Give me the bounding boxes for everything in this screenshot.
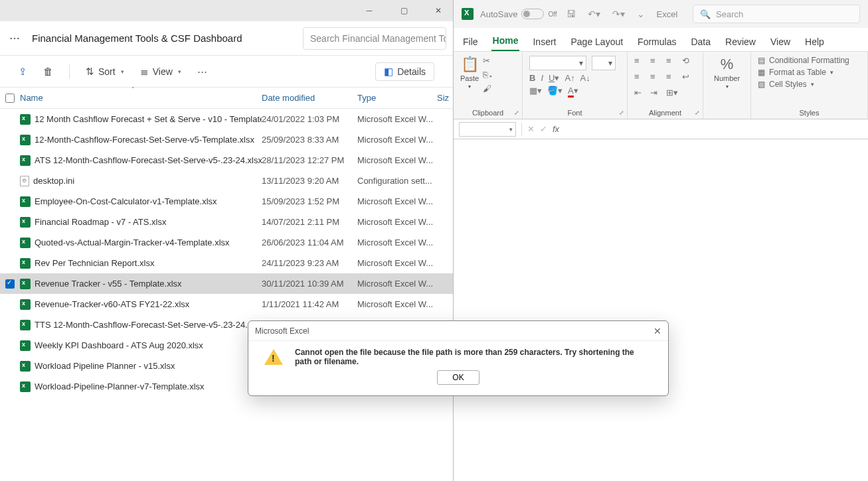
number-label: Number: [714, 74, 740, 82]
cut-icon[interactable]: ✂: [483, 56, 493, 66]
format-painter-icon[interactable]: 🖌: [483, 84, 493, 94]
font-size-select[interactable]: ▾: [592, 56, 616, 70]
insert-function-icon[interactable]: fx: [553, 124, 559, 134]
ribbon-tab-home[interactable]: Home: [491, 31, 520, 51]
fill-color-button[interactable]: 🪣▾: [547, 86, 563, 96]
row-checkbox[interactable]: [0, 279, 20, 289]
file-row[interactable]: Financial Roadmap - v7 - ATS.xlsx14/07/2…: [0, 212, 453, 232]
save-icon[interactable]: 🖫: [564, 9, 578, 19]
ribbon-tab-file[interactable]: File: [462, 33, 479, 51]
file-row[interactable]: Quoted-vs-Actual-Margin-Tracker-v4-Templ…: [0, 232, 453, 253]
file-row[interactable]: Rev Per Technician Report.xlsx24/11/2023…: [0, 253, 453, 273]
file-row[interactable]: Revenue Tracker - v55 - Template.xlsx30/…: [0, 273, 453, 294]
excel-titlebar: AutoSave Off 🖫 ↶▾ ↷▾ ⌄ Excel 🔍 Search: [454, 0, 868, 28]
orientation-icon[interactable]: ⟲: [682, 56, 695, 69]
column-header-size[interactable]: Siz: [437, 93, 453, 103]
dialog-launcher-icon[interactable]: ⤢: [619, 109, 624, 116]
undo-icon[interactable]: ↶▾: [585, 9, 603, 19]
enter-formula-icon[interactable]: ✓: [540, 124, 547, 134]
autosave-toggle[interactable]: AutoSave Off: [480, 9, 557, 19]
align-middle-icon[interactable]: ≡: [650, 56, 663, 69]
file-row[interactable]: ATS 12-Month-Cashflow-Forecast-Set-Serve…: [0, 150, 453, 171]
align-center-icon[interactable]: ≡: [650, 72, 663, 85]
name-box[interactable]: ▾: [459, 122, 516, 137]
redo-icon[interactable]: ↷▾: [610, 9, 628, 19]
align-bottom-icon[interactable]: ≡: [666, 56, 679, 69]
file-row[interactable]: 12 Month Cashflow Forecast + Set & Serve…: [0, 109, 453, 129]
file-explorer-window: ─ ▢ ✕ ⋯ Financial Management Tools & CSF…: [0, 0, 453, 481]
format-as-table-button[interactable]: ▦ Format as Table▾: [758, 68, 849, 77]
decrease-font-icon[interactable]: A↓: [580, 73, 590, 83]
file-row[interactable]: Revenue-Tracker-v60-ATS FY21-22.xlsx1/11…: [0, 294, 453, 314]
excel-file-icon: [20, 381, 31, 392]
merge-icon[interactable]: ⊞▾: [666, 88, 679, 101]
bold-button[interactable]: B: [529, 73, 535, 83]
share-icon[interactable]: ⇪: [19, 66, 27, 78]
ribbon-tab-page-layout[interactable]: Page Layout: [569, 33, 624, 51]
file-type-cell: Microsoft Excel W...: [357, 238, 437, 247]
number-format-button[interactable]: % Number ▾: [714, 56, 740, 90]
increase-font-icon[interactable]: A↑: [564, 73, 574, 83]
column-header-date[interactable]: Date modified: [262, 93, 357, 103]
column-header-name[interactable]: Name: [20, 93, 262, 103]
font-name-select[interactable]: ▾: [529, 56, 586, 70]
details-pane-button[interactable]: ◧ Details: [375, 62, 434, 81]
file-name-text: Weekly KPI Dashboard - ATS Aug 2020.xlsx: [35, 340, 203, 350]
ribbon-tab-data[interactable]: Data: [689, 33, 712, 51]
file-row[interactable]: desktop.ini13/11/2023 9:20 AMConfigurati…: [0, 171, 453, 191]
font-color-button[interactable]: A▾: [568, 86, 578, 96]
dialog-launcher-icon[interactable]: ⤢: [695, 109, 700, 116]
view-label: View: [153, 66, 173, 77]
sort-label: Sort: [98, 66, 116, 77]
dialog-launcher-icon[interactable]: ⤢: [514, 109, 519, 116]
align-right-icon[interactable]: ≡: [666, 72, 679, 85]
search-placeholder: Search: [716, 9, 743, 19]
file-name-text: 12 Month Cashflow Forecast + Set & Serve…: [35, 114, 262, 124]
sort-button[interactable]: ⇅ Sort ▾: [86, 66, 124, 78]
error-dialog: Microsoft Excel ✕ Cannot open the file b…: [248, 320, 669, 396]
excel-file-icon: [20, 299, 31, 310]
underline-button[interactable]: U▾: [549, 73, 559, 83]
ribbon-tab-view[interactable]: View: [769, 33, 792, 51]
paste-button[interactable]: 📋 Paste ▾: [460, 56, 479, 90]
decrease-indent-icon[interactable]: ⇤: [634, 88, 648, 101]
align-left-icon[interactable]: ≡: [634, 72, 648, 85]
ok-button[interactable]: OK: [437, 370, 479, 385]
breadcrumb-overflow[interactable]: ⋯: [7, 32, 23, 44]
ribbon-tab-review[interactable]: Review: [724, 33, 757, 51]
ribbon-tab-formulas[interactable]: Formulas: [636, 33, 677, 51]
autosave-state: Off: [548, 11, 557, 18]
dialog-close-button[interactable]: ✕: [653, 326, 661, 336]
ribbon-tab-insert[interactable]: Insert: [531, 33, 557, 51]
delete-icon[interactable]: 🗑: [43, 66, 53, 77]
conditional-formatting-button[interactable]: ▤ Conditional Formatting: [758, 56, 849, 65]
italic-button[interactable]: I: [541, 73, 543, 83]
breadcrumb-current[interactable]: Financial Management Tools & CSF Dashboa…: [32, 33, 242, 44]
file-name-cell: desktop.ini: [20, 176, 262, 186]
increase-indent-icon[interactable]: ⇥: [650, 88, 663, 101]
align-top-icon[interactable]: ≡: [634, 56, 648, 69]
excel-file-icon: [20, 135, 31, 145]
file-date-cell: 13/11/2023 9:20 AM: [262, 176, 357, 186]
spreadsheet-grid[interactable]: [454, 139, 868, 481]
file-row[interactable]: Employee-On-Cost-Calculator-v1-Template.…: [0, 191, 453, 212]
qat-customize-icon[interactable]: ⌄: [634, 9, 648, 19]
ribbon: 📋 Paste ▾ ✂ ⎘▾ 🖌 Clipboard ⤢ ▾ ▾: [454, 52, 868, 119]
excel-search-input[interactable]: 🔍 Search: [693, 5, 860, 23]
ribbon-tab-help[interactable]: Help: [804, 33, 825, 51]
explorer-search-input[interactable]: Search Financial Management To…: [303, 27, 446, 50]
border-button[interactable]: ▦▾: [529, 86, 542, 96]
minimize-button[interactable]: ─: [360, 1, 379, 20]
file-name-cell: ATS 12-Month-Cashflow-Forecast-Set-Serve…: [20, 155, 262, 166]
maximize-button[interactable]: ▢: [394, 1, 413, 20]
cancel-formula-icon[interactable]: ✕: [527, 124, 535, 134]
wrap-text-icon[interactable]: ↩: [682, 72, 695, 85]
view-button[interactable]: ≣ View ▾: [140, 66, 181, 78]
file-row[interactable]: 12-Month-Cashflow-Forecast-Set-Serve-v5-…: [0, 129, 453, 150]
column-header-type[interactable]: Type: [357, 93, 437, 103]
copy-icon[interactable]: ⎘▾: [483, 70, 493, 80]
select-all-checkbox[interactable]: [0, 94, 20, 103]
more-icon[interactable]: ⋯: [197, 66, 207, 78]
close-button[interactable]: ✕: [429, 1, 448, 20]
cell-styles-button[interactable]: ▧ Cell Styles▾: [758, 80, 849, 89]
